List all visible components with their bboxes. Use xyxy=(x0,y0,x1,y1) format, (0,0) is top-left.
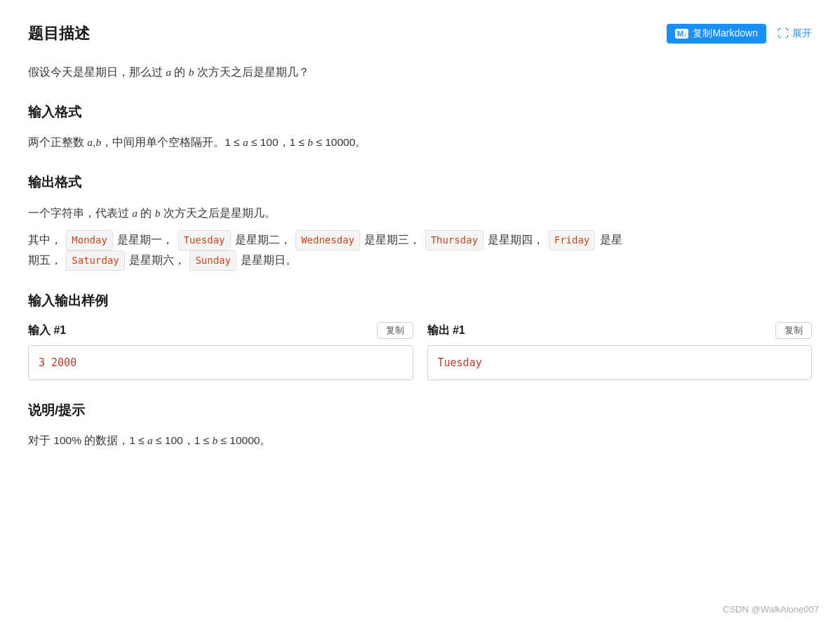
hint-var-b: b xyxy=(212,434,218,446)
markdown-icon: M↓ xyxy=(675,29,689,39)
code-sunday: Sunday xyxy=(189,250,236,271)
expand-icon: ⛶ xyxy=(778,27,789,40)
watermark: CSDN @WalkAlone007 xyxy=(723,603,819,617)
code-friday: Friday xyxy=(549,230,596,250)
output-value: Tuesday xyxy=(427,345,813,380)
hint-title: 说明/提示 xyxy=(28,400,812,421)
io-examples: 输入 #1 复制 3 2000 输出 #1 复制 Tuesday xyxy=(28,321,812,380)
copy-markdown-label: 复制Markdown xyxy=(693,27,758,40)
output-format-text: 一个字符串，代表过 a 的 b 次方天之后是星期几。 其中， Monday 是星… xyxy=(28,203,812,271)
input-format-text: 两个正整数 a,b，中间用单个空格隔开。1 ≤ a ≤ 100，1 ≤ b ≤ … xyxy=(28,133,812,152)
copy-markdown-button[interactable]: M↓ 复制Markdown xyxy=(667,24,766,43)
header-actions: M↓ 复制Markdown ⛶ 展开 xyxy=(667,24,812,43)
copy-input-button[interactable]: 复制 xyxy=(377,322,413,339)
header: 题目描述 M↓ 复制Markdown ⛶ 展开 xyxy=(28,21,812,46)
page-title: 题目描述 xyxy=(28,21,90,46)
output-line2: 其中， Monday 是星期一， Tuesday 是星期二， Wednesday… xyxy=(28,230,812,271)
page-container: 题目描述 M↓ 复制Markdown ⛶ 展开 假设今天是星期日，那么过 a 的… xyxy=(0,0,840,630)
hint-var-a: a xyxy=(147,434,153,446)
output-format-title: 输出格式 xyxy=(28,172,812,193)
copy-output-button[interactable]: 复制 xyxy=(775,322,812,339)
description-section: 假设今天是星期日，那么过 a 的 b 次方天之后是星期几？ xyxy=(28,62,812,82)
examples-section: 输入输出样例 输入 #1 复制 3 2000 输出 #1 复制 Tuesday xyxy=(28,290,812,380)
code-saturday: Saturday xyxy=(66,250,124,271)
param-a: a xyxy=(87,136,93,148)
var-a: a xyxy=(166,66,171,78)
code-wednesday: Wednesday xyxy=(295,230,360,250)
param-b2: b xyxy=(307,136,313,148)
input-format-title: 输入格式 xyxy=(28,102,812,123)
hint-text: 对于 100% 的数据，1 ≤ a ≤ 100，1 ≤ b ≤ 10000。 xyxy=(28,431,812,450)
output-format-section: 输出格式 一个字符串，代表过 a 的 b 次方天之后是星期几。 其中， Mond… xyxy=(28,172,812,271)
output-label: 输出 #1 xyxy=(427,321,465,340)
expand-button[interactable]: ⛶ 展开 xyxy=(778,27,812,40)
input-block: 输入 #1 复制 3 2000 xyxy=(28,321,413,380)
input-header: 输入 #1 复制 xyxy=(28,321,413,340)
hint-section: 说明/提示 对于 100% 的数据，1 ≤ a ≤ 100，1 ≤ b ≤ 10… xyxy=(28,400,812,450)
param-a2: a xyxy=(243,136,248,148)
examples-title: 输入输出样例 xyxy=(28,290,812,311)
input-format-section: 输入格式 两个正整数 a,b，中间用单个空格隔开。1 ≤ a ≤ 100，1 ≤… xyxy=(28,102,812,152)
description-text: 假设今天是星期日，那么过 a 的 b 次方天之后是星期几？ xyxy=(28,62,812,82)
code-monday: Monday xyxy=(66,230,113,250)
var-b: b xyxy=(189,66,194,78)
out-var-b: b xyxy=(155,207,161,219)
output-line1: 一个字符串，代表过 a 的 b 次方天之后是星期几。 xyxy=(28,203,812,223)
code-thursday: Thursday xyxy=(425,230,484,250)
expand-label: 展开 xyxy=(792,27,812,40)
input-value: 3 2000 xyxy=(28,345,413,380)
output-header: 输出 #1 复制 xyxy=(427,321,813,340)
input-label: 输入 #1 xyxy=(28,321,66,340)
param-b: b xyxy=(95,136,101,148)
output-block: 输出 #1 复制 Tuesday xyxy=(427,321,813,380)
code-tuesday: Tuesday xyxy=(178,230,231,250)
out-var-a: a xyxy=(132,207,138,219)
